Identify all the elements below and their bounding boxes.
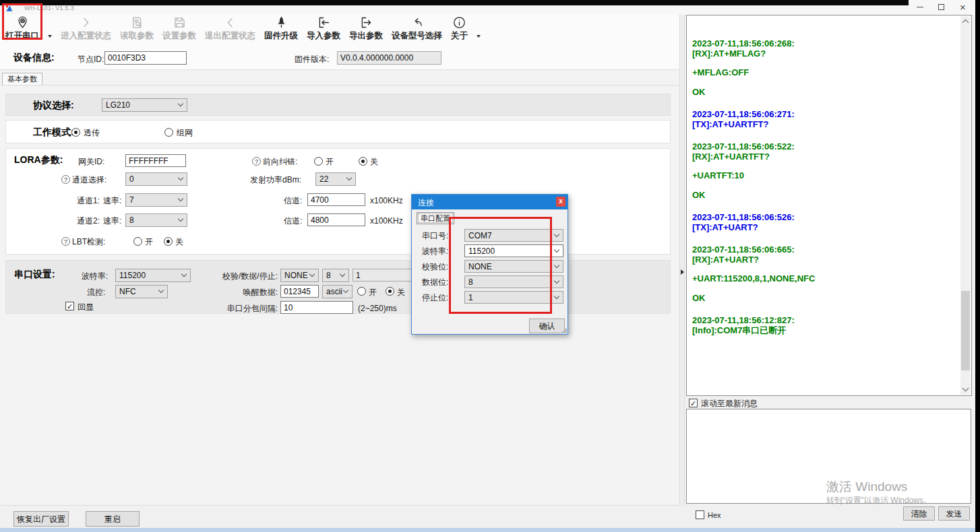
chevron-down-icon (554, 293, 559, 298)
wake-data-input[interactable] (280, 285, 319, 298)
rate-label: 速率: (103, 214, 121, 228)
scroll-down-icon[interactable] (962, 385, 969, 392)
resize-grip[interactable] (561, 327, 567, 333)
lbt-label: LBT检测: (72, 235, 105, 248)
log-output: 2023-07-11,18:56:06:268:[RX]:AT+MFLAG?+M… (687, 16, 960, 395)
dropdown-caret-icon[interactable] (48, 35, 52, 38)
baud-combo[interactable]: 115200 (115, 269, 191, 282)
wake-off-radio[interactable] (386, 287, 394, 296)
flow-label: 流控: (87, 286, 105, 299)
tab-divider (0, 85, 679, 86)
freq-label: 信道: (284, 214, 302, 228)
channel1-label: 通道1: (77, 194, 100, 207)
screen: WH-L101- V1.5.3 × 打开串口进入配置状态读取参数设置参数退出配置… (0, 0, 980, 532)
dialog-titlebar: 连接 x (412, 195, 568, 209)
log-entry: OK (692, 88, 958, 98)
tab-basic-params[interactable]: 基本参数 (2, 73, 42, 85)
screenshot-right-border (975, 0, 980, 532)
channel2-freq-input[interactable] (307, 213, 365, 226)
work-mode-transparent-radio[interactable] (71, 128, 80, 137)
gateway-id-input[interactable] (125, 154, 186, 167)
log-entry: 2023-07-11,18:56:12:827:[Info]:COM7串口已断开 (692, 316, 958, 335)
maximize-button[interactable] (931, 0, 952, 14)
help-icon[interactable] (252, 157, 261, 166)
tx-power-combo[interactable]: 22 (315, 172, 356, 186)
import-icon (317, 15, 331, 30)
toolbar-button-label: 固件升级 (264, 30, 298, 42)
chevron-down-icon (178, 101, 183, 106)
channel1-freq-input[interactable] (307, 193, 365, 206)
panel-splitter[interactable] (679, 15, 685, 505)
dialog-close-button[interactable]: x (556, 197, 565, 207)
dialog-confirm-button[interactable]: 确认 (529, 319, 565, 333)
send-button[interactable]: 发送 (938, 506, 970, 521)
dialog-field-label: 波特率: (422, 246, 448, 257)
chevron-down-icon (346, 175, 352, 180)
lora-group: LORA参数: 网关ID: 前向纠错: 开 关 通道选择: 0 发射功率dBm:… (5, 148, 671, 255)
serial-group: 串口设置: 波特率: 115200 校验/数据/停止: NONE 8 流控: N… (5, 260, 671, 314)
toolbar-button-about[interactable]: 关于 (451, 15, 468, 42)
log-entry: 2023-07-11,18:56:06:268:[RX]:AT+MFLAG? (692, 39, 958, 59)
log-entry: OK (692, 294, 958, 304)
work-mode-label: 工作模式: (33, 125, 74, 139)
lbt-off-radio[interactable] (164, 237, 173, 246)
log-scrollbar[interactable] (960, 16, 971, 395)
autoscroll-checkbox[interactable]: ✓ (689, 399, 698, 407)
channel-select-combo[interactable]: 0 (125, 172, 187, 186)
wake-format-combo[interactable]: ascii (322, 285, 353, 298)
toolbar-button-label: 设置参数 (162, 30, 196, 42)
close-button[interactable]: × (952, 0, 973, 14)
toolbar-button-firmware-upgrade[interactable]: 固件升级 (264, 15, 298, 42)
fec-on-radio[interactable] (314, 157, 323, 166)
packet-interval-input[interactable] (280, 301, 353, 314)
fec-off-label: 关 (370, 155, 378, 168)
rate-label: 速率: (103, 194, 121, 207)
flow-combo[interactable]: NFC (115, 285, 168, 298)
chevron-down-icon (554, 262, 559, 267)
lbt-on-radio[interactable] (133, 237, 142, 246)
scroll-up-icon[interactable] (962, 20, 969, 26)
log-entry: +MFLAG:OFF (692, 68, 958, 78)
chevron-down-icon (178, 216, 183, 222)
log-entry: 2023-07-11,18:56:06:526:[TX]:AT+UART? (692, 213, 958, 232)
firmware-version-input (337, 51, 441, 65)
work-mode-networking-radio[interactable] (164, 128, 173, 137)
lbt-off-label: 关 (175, 235, 183, 248)
protocol-select[interactable]: LG210 (102, 98, 187, 112)
factory-reset-button[interactable]: 恢复出厂设置 (13, 511, 69, 527)
restart-button[interactable]: 重启 (86, 511, 140, 527)
parity-combo[interactable]: NONE (280, 269, 319, 282)
channel1-rate-combo[interactable]: 7 (125, 193, 187, 207)
work-mode-group: 工作模式: 透传 组网 (5, 120, 671, 143)
echo-label: 回显 (78, 300, 94, 314)
windows-activation-watermark-sub: 转到“设置”以激活 Windows。 (826, 495, 931, 506)
node-id-input[interactable] (104, 51, 187, 65)
fec-off-radio[interactable] (359, 157, 367, 166)
log-entry: OK (692, 191, 958, 201)
splitter-collapse-icon[interactable] (681, 269, 684, 275)
dropdown-caret-icon[interactable] (477, 35, 481, 38)
channel2-rate-combo[interactable]: 8 (125, 213, 187, 227)
clear-button[interactable]: 清除 (903, 506, 935, 521)
wake-on-radio[interactable] (357, 287, 366, 296)
toolbar-button-import-params[interactable]: 导入参数 (307, 15, 340, 42)
channel-select-label: 通道选择: (72, 173, 106, 187)
freq-unit-label: x100KHz (370, 214, 403, 228)
help-icon[interactable] (61, 175, 70, 184)
hex-checkbox[interactable] (696, 510, 704, 519)
toolbar-button-device-model-select[interactable]: 设备型号选择 (392, 15, 442, 42)
toolbar-button-export-params[interactable]: 导出参数 (349, 15, 383, 42)
windows-activation-watermark: 激活 Windows (826, 478, 907, 496)
scrollbar-thumb[interactable] (961, 291, 970, 370)
toolbar-button-set-params: 设置参数 (162, 15, 196, 42)
data-bits-combo[interactable]: 8 (322, 269, 349, 282)
help-icon[interactable] (61, 237, 70, 246)
hex-label: Hex (708, 508, 721, 522)
freq-unit-label: x100KHz (370, 194, 403, 207)
log-panel: 2023-07-11,18:56:06:268:[RX]:AT+MFLAG?+M… (686, 15, 972, 396)
protocol-label: 协议选择: (33, 98, 74, 112)
echo-checkbox[interactable]: ✓ (65, 302, 74, 310)
toolbar: 打开串口进入配置状态读取参数设置参数退出配置状态固件升级导入参数导出参数设备型号… (5, 15, 481, 43)
toolbar-button-label: 读取参数 (120, 30, 154, 42)
minimize-button[interactable] (909, 0, 930, 14)
